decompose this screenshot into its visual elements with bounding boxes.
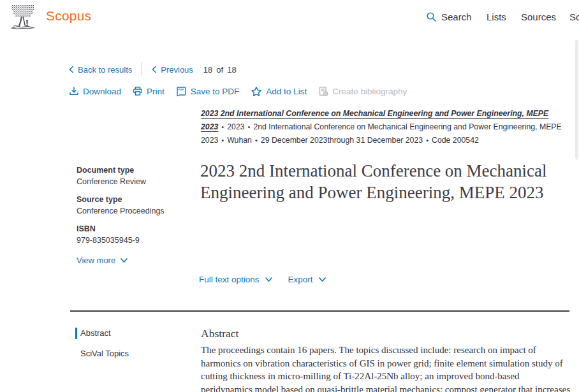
- results-navigation: Back to results Previous 18 of 18: [69, 62, 237, 76]
- nav-label-sources: Sources: [521, 11, 556, 22]
- citation-dates: 29 December 2023through 31 December 2023: [261, 136, 423, 145]
- nav-item-lists[interactable]: Lists: [487, 11, 506, 22]
- document-toolbar: Download Print PDF Save to PDF Add to Li…: [69, 84, 407, 98]
- scopus-document-page: Scopus Search Lists Sources Sc Back to r…: [0, 0, 579, 392]
- meta-value-document-type: Conference Review: [77, 177, 194, 187]
- print-button[interactable]: Print: [133, 86, 165, 96]
- save-to-pdf-button[interactable]: PDF Save to PDF: [176, 86, 240, 96]
- chevron-down-icon: [318, 277, 326, 282]
- full-text-options-dropdown[interactable]: Full text options: [199, 275, 273, 284]
- section-divider: [70, 310, 569, 312]
- elsevier-tree-logo[interactable]: [8, 3, 38, 32]
- result-position: 18 of 18: [203, 65, 237, 75]
- bullet-separator: •: [426, 136, 429, 144]
- chevron-left-icon: [69, 66, 74, 73]
- add-to-list-button[interactable]: Add to List: [251, 86, 307, 97]
- document-actions: Full text options Export: [199, 275, 326, 284]
- meta-label-source-type: Source type: [77, 194, 194, 205]
- nav-label-scival: Sc: [569, 11, 579, 22]
- meta-label-isbn: ISBN: [77, 224, 194, 234]
- svg-text:PDF: PDF: [178, 88, 184, 91]
- citation-code: Code 200542: [432, 136, 479, 145]
- section-nav-item-scival-topics[interactable]: SciVal Topics: [75, 348, 129, 359]
- nav-item-search[interactable]: Search: [426, 11, 472, 22]
- nav-item-scival[interactable]: Sc: [569, 11, 579, 22]
- abstract-heading: Abstract: [201, 327, 238, 340]
- vertical-divider: [142, 62, 142, 76]
- bullet-separator: •: [255, 136, 258, 144]
- chevron-down-icon: [120, 258, 128, 263]
- chevron-left-icon: [152, 66, 157, 73]
- previous-link[interactable]: Previous: [152, 65, 193, 75]
- back-to-results-link[interactable]: Back to results: [69, 65, 132, 75]
- search-icon: [426, 11, 437, 22]
- meta-label-document-type: Document type: [77, 165, 194, 175]
- meta-value-isbn: 979-835035945-9: [77, 235, 194, 245]
- bullet-separator: •: [221, 136, 224, 144]
- vertical-scrollbar[interactable]: [575, 40, 578, 159]
- bullet-separator: •: [248, 123, 251, 131]
- bibliography-icon: [318, 86, 328, 96]
- meta-value-source-type: Conference Proceedings: [77, 206, 194, 216]
- section-nav: Abstract SciVal Topics: [75, 328, 129, 368]
- create-bibliography-button[interactable]: Create bibliography: [318, 86, 407, 96]
- document-title: 2023 2nd International Conference on Mec…: [200, 160, 575, 203]
- pdf-document-icon: PDF: [176, 86, 187, 96]
- nav-label-search: Search: [441, 11, 472, 22]
- view-more-link[interactable]: View more: [77, 256, 128, 265]
- download-icon: [69, 86, 79, 96]
- export-dropdown[interactable]: Export: [288, 275, 326, 284]
- star-icon: [251, 86, 262, 97]
- bullet-separator: •: [221, 123, 224, 131]
- metadata-panel: Document type Conference Review Source t…: [77, 165, 194, 265]
- citation-year: 2023: [227, 122, 244, 131]
- citation-location: Wuhan: [227, 136, 252, 145]
- chevron-down-icon: [265, 277, 273, 282]
- scopus-wordmark[interactable]: Scopus: [46, 8, 91, 24]
- download-button[interactable]: Download: [69, 86, 121, 96]
- section-nav-item-abstract[interactable]: Abstract: [75, 328, 129, 339]
- nav-item-sources[interactable]: Sources: [521, 11, 556, 22]
- printer-icon: [133, 86, 143, 96]
- nav-label-lists: Lists: [487, 11, 506, 22]
- citation-line: 2023 2nd International Conference on Mec…: [201, 107, 568, 147]
- abstract-text: The proceedings contain 16 papers. The t…: [201, 344, 573, 392]
